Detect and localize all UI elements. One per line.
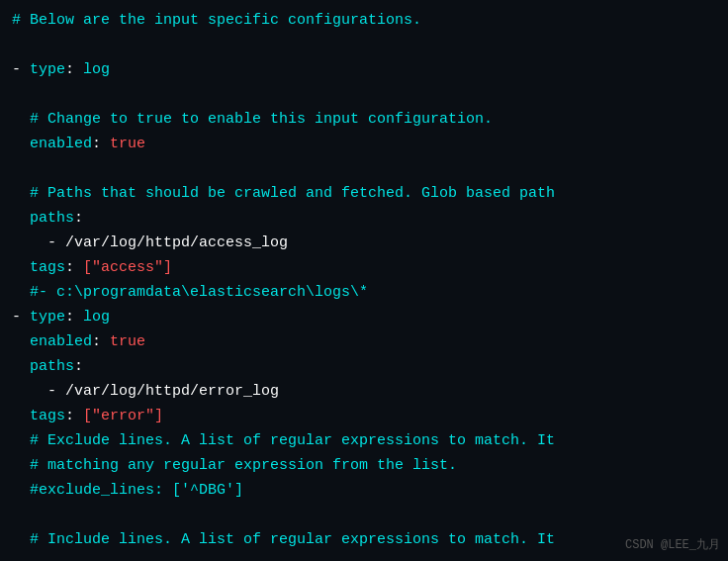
code-line: # Change to true to enable this input co… xyxy=(12,107,716,132)
watermark-label: CSDN @LEE_九月 xyxy=(625,536,720,553)
code-line: - type: log xyxy=(12,305,716,329)
code-line xyxy=(12,82,716,107)
code-line: enabled: true xyxy=(12,329,716,354)
code-line: # Include lines. A list of regular expre… xyxy=(12,527,716,552)
code-line: enabled: true xyxy=(12,132,716,156)
code-line: paths: xyxy=(12,354,716,379)
code-line: tags: ["access"] xyxy=(12,255,716,280)
code-editor: # Below are the input specific configura… xyxy=(0,0,728,561)
code-line xyxy=(12,156,716,181)
code-line: - /var/log/httpd/access_log xyxy=(12,231,716,255)
code-line: # Paths that should be crawled and fetch… xyxy=(12,181,716,206)
code-line: - /var/log/httpd/error_log xyxy=(12,379,716,404)
code-line xyxy=(12,33,716,57)
code-line: #- c:\programdata\elasticsearch\logs\* xyxy=(12,280,716,305)
code-line: #exclude_lines: ['^DBG'] xyxy=(12,478,716,503)
code-line: paths: xyxy=(12,206,716,231)
code-line: # Below are the input specific configura… xyxy=(12,8,716,33)
code-line xyxy=(12,503,716,527)
code-line: # matching any regular expression from t… xyxy=(12,453,716,478)
code-line: # Exclude lines. A list of regular expre… xyxy=(12,428,716,453)
code-line: tags: ["error"] xyxy=(12,404,716,428)
code-line: - type: log xyxy=(12,57,716,82)
code-lines: # Below are the input specific configura… xyxy=(12,8,716,552)
